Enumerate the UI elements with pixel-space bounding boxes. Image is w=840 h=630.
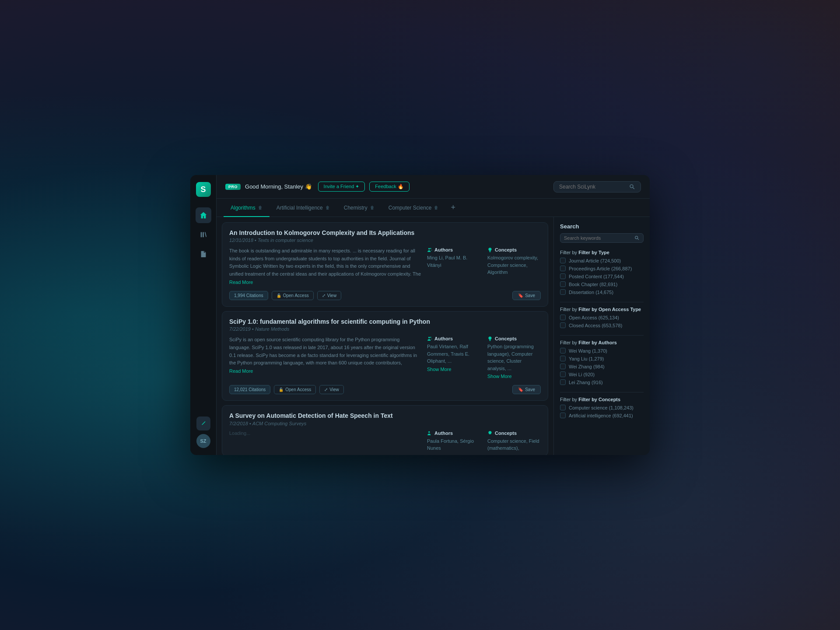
filter-checkbox[interactable] (560, 281, 566, 287)
svg-rect-6 (489, 251, 491, 252)
feedback-button[interactable]: Feedback 🔥 (369, 182, 409, 192)
filter-checkbox[interactable] (560, 289, 566, 295)
filter-label: Posted Content (177,544) (569, 274, 624, 279)
filter-label: Journal Article (724,500) (569, 258, 621, 263)
filter-checkbox[interactable] (560, 315, 566, 320)
citations-badge: 12,021 Citations (229, 385, 270, 394)
svg-point-5 (430, 248, 431, 249)
main-content: PRO Good Morning, Stanley 👋 Invite a Fri… (217, 175, 650, 455)
filter-item[interactable]: Book Chapter (82,691) (560, 281, 644, 287)
filter-checkbox[interactable] (560, 371, 566, 377)
tab-chemistry[interactable]: Chemistry 🗑 (337, 199, 382, 217)
authors-header: Authors (427, 336, 480, 341)
tab-algorithms[interactable]: Algorithms 🗑 (224, 199, 270, 217)
svg-point-13 (635, 236, 638, 239)
tab-delete-icon[interactable]: 🗑 (258, 205, 262, 210)
tab-delete-icon[interactable]: 🗑 (370, 205, 374, 210)
tab-delete-icon[interactable]: 🗑 (326, 205, 330, 210)
sidebar-item-library[interactable] (196, 227, 211, 242)
filter-item[interactable]: Wei Zhang (984) (560, 364, 644, 369)
filter-item[interactable]: Proceedings Article (266,887) (560, 266, 644, 271)
filter-checkbox[interactable] (560, 258, 566, 263)
concepts-value: Python (programming language), Computer … (487, 343, 541, 372)
filter-authors-section: Filter by Filter by Authors Wei Wang (1,… (560, 340, 644, 385)
filter-label: Book Chapter (82,691) (569, 282, 617, 287)
filter-checkbox[interactable] (560, 266, 566, 271)
svg-rect-11 (490, 341, 490, 341)
filter-item[interactable]: Computer science (1,108,243) (560, 405, 644, 410)
filter-item[interactable]: Wei Li (920) (560, 371, 644, 377)
read-more-link[interactable]: Read More (229, 280, 253, 285)
filter-label: Yang Liu (1,279) (569, 356, 604, 361)
save-button[interactable]: 🔖 Save (512, 385, 541, 394)
open-access-button[interactable]: 🔓 Open Access (274, 385, 316, 394)
svg-rect-0 (200, 232, 202, 238)
invite-friend-button[interactable]: Invite a Friend ✦ (318, 182, 365, 192)
filter-checkbox[interactable] (560, 364, 566, 369)
svg-line-3 (633, 187, 634, 189)
filter-checkbox[interactable] (560, 273, 566, 279)
keyword-search[interactable] (560, 233, 644, 243)
sidebar-item-home[interactable] (196, 207, 211, 223)
tab-cs[interactable]: Computer Science 🗑 (382, 199, 446, 217)
search-icon (629, 184, 635, 190)
filter-checkbox[interactable] (560, 322, 566, 328)
add-tab-button[interactable]: + (447, 203, 459, 212)
paper-title: A Survey on Automatic Detection of Hate … (229, 412, 541, 420)
svg-line-14 (637, 238, 639, 240)
filter-item[interactable]: Journal Article (724,500) (560, 258, 644, 263)
tab-delete-icon[interactable]: 🗑 (434, 205, 438, 210)
svg-point-12 (428, 431, 430, 433)
read-more-link[interactable]: Read More (229, 368, 253, 374)
search-section: Search (560, 223, 644, 243)
filter-label: Open Access (625,134) (569, 315, 619, 320)
filter-label: Computer science (1,108,243) (569, 405, 634, 410)
show-more-authors[interactable]: Show More (427, 367, 452, 372)
keyword-search-input[interactable] (564, 235, 633, 241)
filter-concepts-title: Filter by Filter by Concepts (560, 397, 644, 402)
open-access-button[interactable]: 🔓 Open Access (272, 291, 314, 300)
content-area: An Introduction to Kolmogorov Complexity… (217, 217, 650, 455)
filter-item[interactable]: Artificial intelligence (692,441) (560, 413, 644, 418)
filter-item[interactable]: Yang Liu (1,279) (560, 356, 644, 361)
filter-concepts-section: Filter by Filter by Concepts Computer sc… (560, 397, 644, 418)
concepts-value: Kolmogorov complexity, Computer science,… (487, 254, 541, 276)
paper-card: An Introduction to Kolmogorov Complexity… (222, 222, 548, 307)
concepts-header: Concepts (487, 247, 541, 252)
paper-meta: 7/22/2019 • Nature Methods (229, 326, 541, 332)
filter-checkbox[interactable] (560, 356, 566, 361)
filter-type-section: Filter by Filter by Type Journal Article… (560, 250, 644, 295)
view-button[interactable]: ⤢ View (317, 291, 342, 300)
view-button[interactable]: ⤢ View (319, 385, 344, 394)
filter-authors-title: Filter by Filter by Authors (560, 340, 644, 345)
filter-checkbox[interactable] (560, 413, 566, 418)
authors-header: Authors (427, 430, 480, 436)
paper-meta: 7/2/2018 • ACM Computing Surveys (229, 421, 541, 426)
filter-item[interactable]: Posted Content (177,544) (560, 273, 644, 279)
global-search[interactable] (553, 181, 641, 192)
filter-item[interactable]: Open Access (625,134) (560, 315, 644, 320)
svg-point-4 (428, 248, 430, 250)
filter-item[interactable]: Dissertation (14,675) (560, 289, 644, 295)
sidebar-bottom: SZ (196, 416, 210, 448)
concepts-value: Computer science, Field (mathematics), (487, 438, 541, 452)
save-button[interactable]: 🔖 Save (512, 291, 541, 300)
filter-item[interactable]: Wei Wang (1,370) (560, 348, 644, 354)
concepts-header: Concepts (487, 430, 541, 436)
header: PRO Good Morning, Stanley 👋 Invite a Fri… (217, 175, 650, 199)
show-more-concepts[interactable]: Show More (487, 374, 512, 379)
filter-checkbox[interactable] (560, 348, 566, 354)
filter-checkbox[interactable] (560, 379, 566, 385)
global-search-input[interactable] (559, 184, 626, 190)
filter-item[interactable]: Closed Access (653,578) (560, 322, 644, 328)
edit-button[interactable] (196, 416, 210, 430)
avatar[interactable]: SZ (196, 434, 210, 448)
tab-ai[interactable]: Artificial Intelligence 🗑 (270, 199, 337, 217)
authors-value: Pauli Virtanen, Ralf Gommers, Travis E. … (427, 343, 480, 365)
filter-label: Dissertation (14,675) (569, 290, 613, 295)
paper-card: A Survey on Automatic Detection of Hate … (222, 405, 548, 455)
filter-item[interactable]: Lei Zhang (916) (560, 379, 644, 385)
filter-checkbox[interactable] (560, 405, 566, 410)
sidebar-item-document[interactable] (196, 246, 211, 262)
filter-label: Wei Wang (1,370) (569, 348, 607, 354)
